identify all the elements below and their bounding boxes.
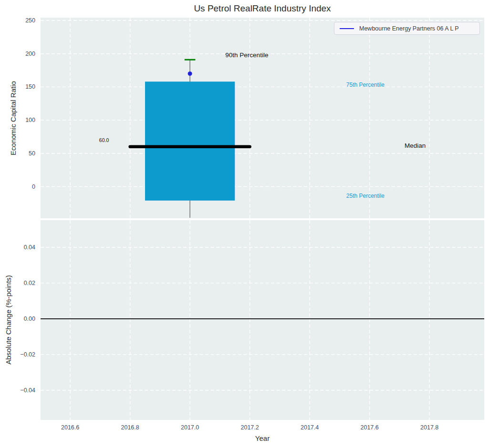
figure: Us Petrol RealRate Industry Index Econom… [0, 0, 489, 448]
top-y-tick-label: 150 [0, 83, 35, 90]
chart-canvas [0, 0, 489, 448]
top-y-tick-label: 200 [0, 51, 35, 57]
x-tick-label: 2016.6 [49, 424, 92, 431]
legend: Mewbourne Energy Partners 06 A L P [334, 22, 480, 35]
top-y-tick-label: 50 [0, 150, 35, 157]
x-tick-label: 2017.0 [168, 424, 211, 431]
company-point [188, 71, 192, 76]
bottom-y-tick-label: −0.04 [0, 387, 35, 394]
annotation: Median [405, 142, 426, 149]
x-axis-label: Year [41, 434, 484, 442]
top-y-tick-label: 100 [0, 117, 35, 123]
annotation: 25th Percentile [346, 193, 385, 199]
chart-title: Us Petrol RealRate Industry Index [41, 3, 484, 14]
bottom-y-tick-label: 0.00 [0, 316, 35, 322]
annotation: 75th Percentile [346, 81, 385, 88]
x-tick-label: 2017.2 [229, 424, 271, 431]
annotation: 90th Percentile [225, 51, 268, 59]
top-y-tick-label: 0 [0, 183, 35, 190]
bottom-y-tick-label: 0.04 [0, 244, 35, 251]
iqr-box [145, 81, 235, 201]
legend-line-icon [340, 28, 354, 29]
annotation: 60.0 [99, 137, 109, 143]
x-tick-label: 2017.8 [408, 424, 451, 431]
x-tick-label: 2017.4 [288, 424, 331, 431]
bottom-y-tick-label: 0.02 [0, 280, 35, 286]
top-plot-area [41, 18, 484, 218]
bottom-y-tick-label: −0.02 [0, 351, 35, 358]
top-y-tick-label: 250 [0, 17, 35, 24]
legend-label: Mewbourne Energy Partners 06 A L P [359, 25, 459, 32]
x-tick-label: 2016.8 [109, 424, 152, 431]
x-tick-label: 2017.6 [348, 424, 391, 431]
